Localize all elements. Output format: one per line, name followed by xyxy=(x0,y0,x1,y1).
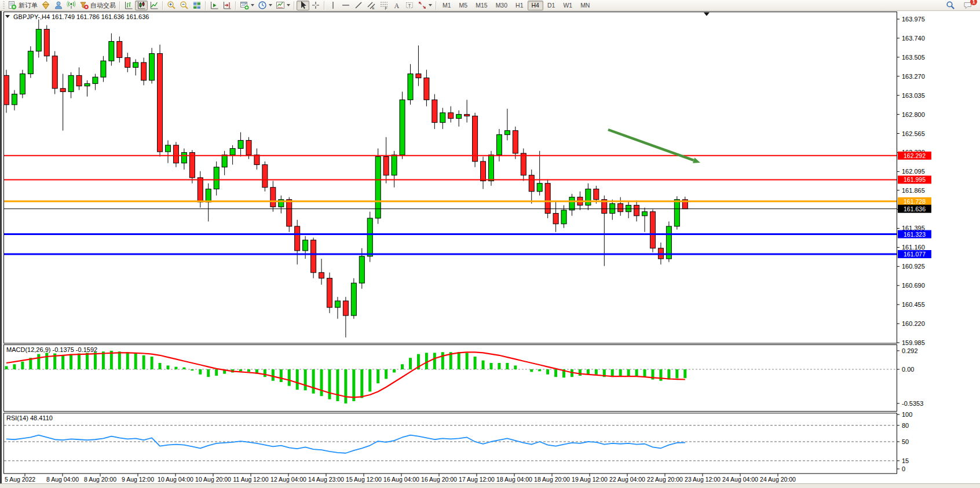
candle xyxy=(214,167,219,189)
svg-text:F: F xyxy=(385,6,387,10)
periods-icon xyxy=(258,1,267,10)
channel-button[interactable]: E xyxy=(365,1,378,10)
mt4-terminal: 新订单自动交易EFATM1M5M15M30H1H4D1W1MN1 163.975… xyxy=(0,0,980,488)
toolbar-separator xyxy=(324,1,325,10)
timeframe-m1-button[interactable]: M1 xyxy=(438,1,455,10)
candle xyxy=(553,214,558,224)
trendline-button[interactable] xyxy=(352,1,365,10)
timeframe-m30-button[interactable]: M30 xyxy=(492,1,511,10)
macd-tick-label: -0.5353 xyxy=(902,400,923,407)
fibonacci-icon: F xyxy=(379,1,389,10)
candle xyxy=(537,184,542,192)
timeframe-d1-button[interactable]: D1 xyxy=(543,1,559,10)
time-tick-label: 8 Aug 04:00 xyxy=(46,476,79,483)
chart-autoscroll-button[interactable] xyxy=(208,1,221,10)
candle xyxy=(456,115,462,119)
candle xyxy=(166,145,171,152)
price-tick-label: 163.740 xyxy=(902,35,925,42)
rsi-axis[interactable]: 1008050150 xyxy=(897,411,912,472)
text-button[interactable]: A xyxy=(390,1,403,10)
timeframe-mn-button[interactable]: MN xyxy=(576,1,594,10)
candle xyxy=(262,164,268,187)
time-tick-label: 16 Aug 04:00 xyxy=(383,476,419,483)
auto-trading-button[interactable]: 自动交易 xyxy=(78,1,118,10)
price-tick-label: 160.455 xyxy=(902,301,925,308)
toolbar-button-label: 新订单 xyxy=(19,1,38,10)
price-tag-161.728: 161.728 xyxy=(898,197,931,206)
rsi-tick-label: 50 xyxy=(902,438,909,445)
candle xyxy=(521,153,526,175)
time-axis[interactable]: 5 Aug 20228 Aug 04:008 Aug 20:009 Aug 12… xyxy=(5,474,796,483)
price-chart[interactable]: 163.975163.740163.505163.270163.035162.8… xyxy=(2,11,980,488)
zoom-in-button[interactable] xyxy=(165,1,178,10)
candle xyxy=(513,131,518,153)
time-tick-label: 24 Aug 04:00 xyxy=(722,476,758,483)
candle xyxy=(359,256,364,283)
timeframe-m5-button[interactable]: M5 xyxy=(455,1,472,10)
macd-axis[interactable]: 0.2920.00-0.5353 xyxy=(897,347,923,407)
macd-tick-label: 0.292 xyxy=(902,347,918,354)
time-tick-label: 5 Aug 2022 xyxy=(5,476,35,483)
candle xyxy=(68,75,74,91)
cursor-button[interactable] xyxy=(297,1,309,10)
toolbar-separator xyxy=(294,1,295,10)
svg-text:161.636: 161.636 xyxy=(904,206,926,212)
timeframe-m15-button[interactable]: M15 xyxy=(471,1,491,10)
price-tick-label: 160.690 xyxy=(902,282,925,289)
chart-window: 163.975163.740163.505163.270163.035162.8… xyxy=(0,11,980,483)
arrows-button[interactable] xyxy=(416,1,434,10)
candlestick-button[interactable] xyxy=(135,1,148,10)
toolbar-separator xyxy=(436,1,437,10)
svg-text:161.995: 161.995 xyxy=(904,176,926,183)
signals-button[interactable] xyxy=(65,1,78,10)
bar-chart-button[interactable] xyxy=(122,1,135,10)
new-order-button[interactable]: 新订单 xyxy=(6,1,39,10)
community-icon xyxy=(54,1,63,10)
chat-button[interactable]: 1 xyxy=(961,1,974,10)
candle xyxy=(254,155,259,165)
tile-windows-button[interactable] xyxy=(191,1,203,10)
trendline-icon xyxy=(354,1,363,10)
candle xyxy=(85,83,90,86)
line-chart-button[interactable] xyxy=(148,1,160,10)
candle xyxy=(400,100,405,155)
timeframe-h4-button[interactable]: H4 xyxy=(528,1,543,10)
market-watch-button[interactable] xyxy=(39,1,52,10)
candle xyxy=(327,278,332,307)
candle xyxy=(230,148,235,155)
candle xyxy=(117,42,122,58)
candle xyxy=(76,75,82,86)
text-label-icon: T xyxy=(405,1,414,10)
candle xyxy=(60,89,65,92)
community-button[interactable] xyxy=(52,1,65,10)
vertical-line-button[interactable] xyxy=(327,1,339,10)
price-axis[interactable]: 163.975163.740163.505163.270163.035162.8… xyxy=(897,16,931,346)
timeframe-w1-button[interactable]: W1 xyxy=(559,1,576,10)
candle xyxy=(335,301,340,307)
time-tick-label: 23 Aug 12:00 xyxy=(685,476,721,483)
dropdown-caret-icon xyxy=(269,4,272,6)
fibonacci-button[interactable]: F xyxy=(378,1,390,10)
price-tick-label: 162.565 xyxy=(902,130,925,137)
text-icon: A xyxy=(392,1,401,10)
candle xyxy=(189,152,195,177)
text-label-button[interactable]: T xyxy=(403,1,416,10)
candle xyxy=(634,206,639,216)
rsi-tick-label: 100 xyxy=(902,411,912,418)
timeframe-h1-button[interactable]: H1 xyxy=(511,1,527,10)
price-tag-161.995: 161.995 xyxy=(898,175,931,184)
new-chart-button[interactable] xyxy=(238,1,256,10)
zoom-out-button[interactable] xyxy=(178,1,191,10)
rsi-tick-label: 15 xyxy=(902,457,909,464)
candle xyxy=(311,240,316,273)
search-button[interactable] xyxy=(944,1,957,10)
crosshair-button[interactable] xyxy=(309,1,322,10)
templates-button[interactable] xyxy=(274,1,292,10)
chart-shift-button[interactable] xyxy=(221,1,233,10)
candle xyxy=(618,204,623,212)
candle xyxy=(101,61,106,77)
one-click-trading-icon[interactable] xyxy=(5,15,10,18)
horizontal-line-button[interactable] xyxy=(339,1,352,10)
tile-windows-icon xyxy=(192,1,202,10)
periods-button[interactable] xyxy=(256,1,274,10)
